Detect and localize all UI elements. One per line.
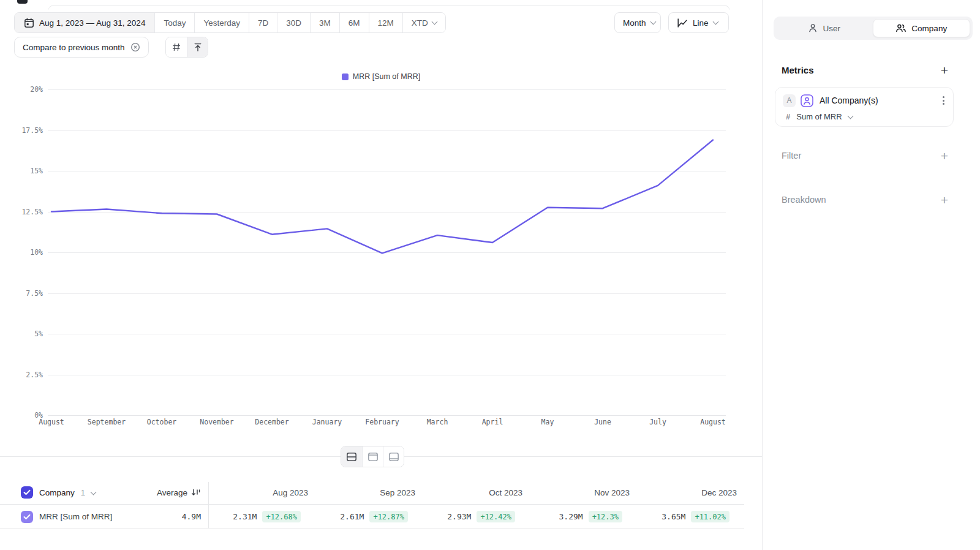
month-header-cell[interactable]: Oct 2023 (423, 488, 530, 497)
aggregation-selector[interactable]: # Sum of MRR (786, 112, 853, 121)
add-metric-button[interactable]: + (938, 64, 951, 76)
preset-30d-button[interactable]: 30D (277, 13, 310, 32)
chart-type-label: Line (693, 18, 709, 28)
metric-card[interactable]: A All Company(s) # Sum of MRR (775, 87, 954, 127)
legend-swatch (342, 73, 349, 80)
table-row[interactable]: MRR [Sum of MRR] 4.9M 2.31M +12.68% 2.61… (0, 505, 744, 529)
month-header-cell[interactable]: Sep 2023 (315, 488, 423, 497)
kebab-menu-icon[interactable] (940, 94, 947, 107)
entity-toggle: User Company (774, 17, 973, 40)
x-tick: June (575, 418, 630, 426)
granularity-dropdown[interactable]: Month (614, 12, 661, 33)
x-tick: September (79, 418, 134, 426)
cutoff-element (17, 0, 28, 4)
select-all-checkbox[interactable] (21, 486, 33, 499)
preset-today-button[interactable]: Today (154, 13, 194, 32)
metrics-title: Metrics (782, 65, 814, 75)
annotations-toggle-button[interactable] (187, 37, 208, 57)
add-breakdown-button[interactable]: + (938, 194, 951, 206)
top-bar-view-icon (368, 452, 379, 462)
tab-user[interactable]: User (776, 19, 873, 37)
number-type-icon: # (786, 112, 790, 121)
month-header-cell[interactable]: Aug 2023 (208, 488, 315, 497)
month-header-cell[interactable]: Dec 2023 (637, 488, 744, 497)
group-header-cell: Company 1 (0, 486, 153, 499)
add-filter-button[interactable]: + (938, 149, 951, 162)
split-view-icon (346, 452, 357, 462)
table-header-row: Company 1 Average Aug 2023 Sep 2023 Oct … (0, 481, 744, 505)
preset-12m-button[interactable]: 12M (369, 13, 402, 32)
table-column-divider (208, 482, 209, 529)
calendar-icon (24, 18, 34, 28)
x-tick: October (134, 418, 189, 426)
value-cell: 2.61M +12.87% (315, 511, 423, 522)
user-icon (808, 23, 818, 33)
delta-badge: +12.42% (477, 511, 515, 522)
preset-6m-button[interactable]: 6M (339, 13, 369, 32)
value-cell: 2.93M +12.42% (423, 511, 530, 522)
hash-icon (172, 42, 181, 52)
breakdown-section-label: Breakdown (782, 195, 826, 205)
tab-user-label: User (823, 24, 840, 33)
tab-company[interactable]: Company (873, 19, 971, 37)
x-tick: July (630, 418, 685, 426)
preset-7d-button[interactable]: 7D (249, 13, 277, 32)
cell-value: 2.93M (447, 512, 471, 521)
value-cell: 2.31M +12.68% (208, 511, 315, 522)
aggregation-label: Sum of MRR (796, 112, 842, 121)
close-circle-icon[interactable] (130, 42, 140, 52)
group-by-label[interactable]: Company (39, 488, 75, 497)
chart-type-dropdown[interactable]: Line (668, 12, 729, 33)
bottom-bar-view-icon (388, 452, 399, 462)
filter-section-label: Filter (782, 151, 801, 160)
delta-badge: +12.68% (262, 511, 301, 522)
preset-3m-button[interactable]: 3M (310, 13, 339, 32)
preset-xtd-button[interactable]: XTD (402, 13, 445, 32)
sort-icon (191, 488, 201, 497)
chevron-down-icon (650, 18, 656, 24)
chevron-down-icon (847, 113, 853, 119)
main-panel: Aug 1, 2023 — Aug 31, 2024 Today Yesterd… (0, 0, 762, 550)
chart-option-group (165, 37, 208, 58)
check-icon (23, 514, 31, 520)
granularity-label: Month (623, 18, 646, 28)
xtd-label: XTD (412, 18, 428, 28)
cell-value: 3.65M (662, 512, 685, 521)
compare-chip[interactable]: Compare to previous month (14, 37, 149, 58)
x-tick: December (244, 418, 300, 426)
compare-chip-label: Compare to previous month (23, 43, 125, 52)
date-range-button[interactable]: Aug 1, 2023 — Aug 31, 2024 (15, 13, 154, 32)
chevron-down-icon[interactable] (91, 489, 97, 495)
series-badge: A (783, 94, 796, 107)
preset-yesterday-button[interactable]: Yesterday (194, 13, 249, 32)
metric-entity-name: All Company(s) (820, 96, 935, 105)
x-tick: May (520, 418, 575, 426)
tab-company-label: Company (911, 24, 947, 33)
cell-value: 3.29M (559, 512, 583, 521)
check-icon (23, 489, 31, 495)
average-header-cell[interactable]: Average (153, 488, 208, 497)
company-icon (895, 23, 907, 33)
average-label: Average (157, 488, 187, 497)
x-tick: January (300, 418, 355, 426)
layout-table-button[interactable] (362, 446, 383, 467)
mrr-line-path (51, 140, 713, 254)
average-value: 4.9M (182, 512, 201, 521)
chevron-down-icon (431, 18, 437, 24)
company-square-icon (801, 94, 813, 107)
cell-value: 2.31M (233, 512, 257, 521)
date-range-group: Aug 1, 2023 — Aug 31, 2024 Today Yesterd… (14, 12, 446, 33)
month-header-cell[interactable]: Nov 2023 (530, 488, 637, 497)
row-checkbox[interactable] (21, 511, 33, 523)
mrr-chart[interactable] (0, 81, 762, 428)
layout-split-button[interactable] (341, 446, 362, 467)
delta-badge: +12.87% (369, 511, 408, 522)
line-chart-icon (677, 18, 688, 28)
delta-badge: +12.3% (589, 511, 622, 522)
cell-value: 2.61M (340, 512, 364, 521)
date-range-label: Aug 1, 2023 — Aug 31, 2024 (39, 18, 145, 28)
gridlines-toggle-button[interactable] (166, 37, 187, 57)
legend-label: MRR [Sum of MRR] (353, 72, 420, 81)
layout-chart-button[interactable] (383, 446, 404, 467)
metric-row-label: MRR [Sum of MRR] (39, 512, 112, 521)
